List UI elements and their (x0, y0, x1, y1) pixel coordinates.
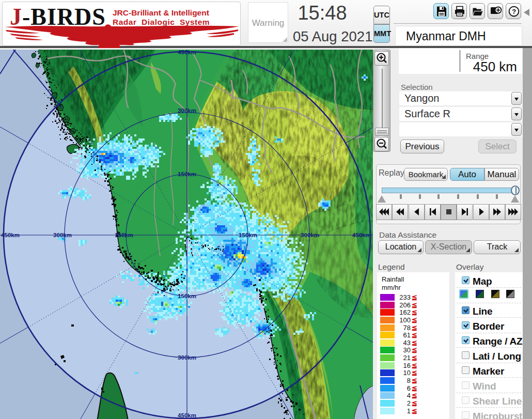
svg-text:300km: 300km (178, 107, 196, 114)
svg-text:150km: 150km (115, 232, 133, 238)
svg-text:150km: 150km (178, 171, 196, 177)
svg-text:450km: 450km (1, 232, 20, 238)
svg-text:300km: 300km (178, 354, 196, 361)
svg-text:450km: 450km (178, 412, 196, 418)
svg-text:450km: 450km (178, 50, 196, 55)
svg-text:300km: 300km (301, 232, 319, 238)
svg-text:300km: 300km (53, 232, 72, 238)
svg-text:450km: 450km (352, 232, 371, 238)
svg-text:150km: 150km (178, 293, 196, 299)
svg-text:150km: 150km (239, 232, 257, 238)
svg-text:?: ? (512, 8, 516, 15)
